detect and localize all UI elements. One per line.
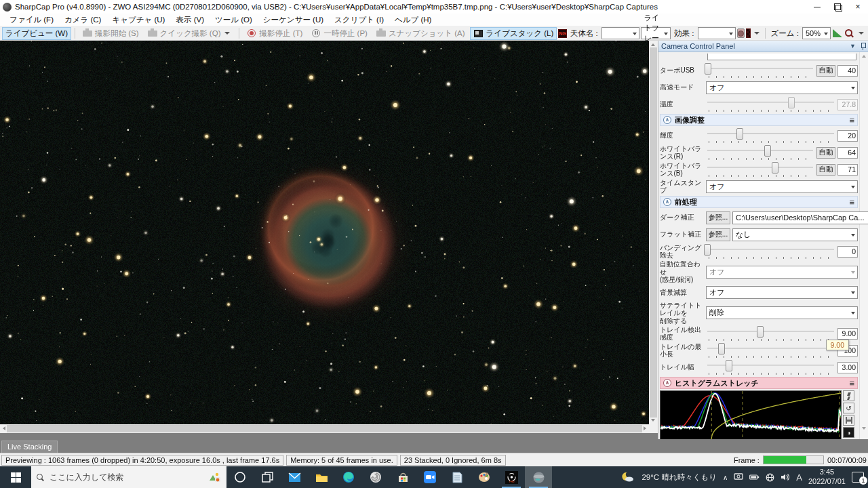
- value-box[interactable]: 64: [837, 147, 858, 159]
- snapshot-button[interactable]: スナップショット (A): [372, 27, 469, 40]
- weather-text[interactable]: 29°C 晴れ時々くもり: [642, 472, 716, 483]
- start-capture-button[interactable]: 撮影開始 (S): [79, 27, 142, 40]
- combo-3[interactable]: オフ: [706, 266, 858, 279]
- display-tray-icon[interactable]: [734, 473, 743, 481]
- path-combo[interactable]: なし: [732, 228, 858, 241]
- chevron-up-icon[interactable]: ∧: [663, 379, 671, 387]
- menu-item-3[interactable]: 表示 (V): [170, 14, 210, 26]
- magnifier-icon[interactable]: [844, 28, 855, 39]
- lightning-button[interactable]: [843, 390, 854, 401]
- save-button[interactable]: [843, 415, 854, 426]
- horizontal-scrollbar[interactable]: [0, 424, 649, 433]
- section-header-1[interactable]: ∧画像調整≡: [660, 114, 858, 126]
- taskbar-search-input[interactable]: ここに入力して検索: [31, 466, 226, 488]
- slider-thumb[interactable]: [726, 360, 732, 371]
- panel-scroll-up[interactable]: [862, 55, 866, 58]
- taskbar-app-mail[interactable]: [281, 466, 308, 488]
- pause-button[interactable]: 一時停止 (P): [307, 27, 371, 40]
- battery-tray-icon[interactable]: [749, 474, 760, 481]
- volume-tray-icon[interactable]: [781, 473, 790, 481]
- pin-icon[interactable]: [861, 43, 865, 50]
- taskbar-app-edge[interactable]: [335, 466, 362, 488]
- menu-item-7[interactable]: ヘルプ (H): [389, 14, 437, 26]
- combo-3[interactable]: オフ: [706, 180, 858, 193]
- network-tray-icon[interactable]: [766, 473, 774, 482]
- ime-indicator[interactable]: A: [796, 472, 802, 483]
- slider-8[interactable]: [706, 359, 835, 375]
- taskbar-app-astro-app[interactable]: PHD: [498, 466, 525, 488]
- taskbar-app-zoom-app[interactable]: [416, 466, 443, 488]
- browse-button[interactable]: 参照...: [706, 211, 730, 224]
- value-box[interactable]: 3.00: [837, 362, 858, 373]
- slider-thumb[interactable]: [772, 162, 778, 174]
- value-box[interactable]: 0: [837, 246, 858, 258]
- chevron-up-icon[interactable]: ∧: [663, 198, 671, 206]
- live-image-canvas[interactable]: [0, 41, 649, 424]
- vertical-scrollbar[interactable]: [649, 41, 658, 424]
- panel-scroll-down[interactable]: [862, 427, 866, 430]
- slider-7[interactable]: [706, 342, 835, 359]
- notification-center-icon[interactable]: 1: [852, 472, 864, 483]
- stop-capture-button[interactable]: 撮影停止 (T): [243, 27, 306, 40]
- browse-button[interactable]: 参照...: [706, 228, 730, 241]
- auto-button[interactable]: 自動: [816, 164, 835, 176]
- slider-thumb[interactable]: [736, 128, 743, 140]
- slider-thumb[interactable]: [788, 97, 795, 108]
- contrast-button[interactable]: ◑: [843, 427, 854, 438]
- frame-type-combo[interactable]: ライトフレーム: [641, 27, 671, 39]
- slider-3[interactable]: [706, 96, 835, 113]
- live-stack-button[interactable]: ライブスタック (L): [470, 27, 557, 40]
- taskbar-app-paint[interactable]: [471, 466, 498, 488]
- section-header-3[interactable]: ∧ヒストグラムストレッチ≡: [660, 377, 858, 389]
- auto-button[interactable]: 自動: [816, 147, 835, 159]
- histogram-canvas[interactable]: [660, 390, 842, 439]
- taskbar-app-cortana[interactable]: [226, 466, 254, 488]
- slider-thumb[interactable]: [757, 326, 764, 338]
- menu-item-6[interactable]: スクリプト (I): [329, 14, 389, 26]
- hscroll-thumb[interactable]: [7, 425, 642, 432]
- reset-button[interactable]: ↺: [843, 403, 854, 413]
- value-box[interactable]: 20: [837, 130, 858, 142]
- combo-4[interactable]: オフ: [706, 286, 858, 299]
- slider-1[interactable]: [706, 144, 814, 161]
- combo-5[interactable]: 削除: [706, 306, 858, 319]
- black-level-swatch-icon[interactable]: [737, 28, 745, 38]
- tray-clock[interactable]: 3:45 2022/07/01: [808, 468, 846, 487]
- menu-item-0[interactable]: ファイル (F): [4, 14, 59, 26]
- menu-item-2[interactable]: キャプチャ (U): [106, 14, 170, 26]
- slider-1[interactable]: [706, 62, 814, 79]
- menu-icon[interactable]: ≡: [849, 115, 854, 125]
- target-name-combo[interactable]: [601, 27, 639, 39]
- close-button[interactable]: ×: [848, 0, 868, 14]
- taskbar-app-spiral-app[interactable]: [362, 466, 389, 488]
- scroll-down-arrow[interactable]: [651, 419, 655, 422]
- quick-capture-button[interactable]: クイック撮影 (Q): [144, 27, 236, 40]
- scroll-right-arrow[interactable]: [644, 426, 646, 430]
- slider-thumb[interactable]: [704, 244, 711, 256]
- live-view-button[interactable]: ライブビュー (W): [2, 27, 71, 40]
- slider-2[interactable]: [706, 243, 835, 260]
- tab-live-stacking[interactable]: Live Stacking: [1, 441, 58, 453]
- slider-thumb[interactable]: [705, 63, 711, 75]
- taskbar-app-sharpcap[interactable]: [525, 466, 552, 488]
- menu-icon[interactable]: ≡: [849, 378, 854, 388]
- slider-0[interactable]: [706, 127, 835, 144]
- taskbar-app-task-view[interactable]: [254, 466, 281, 488]
- auto-button[interactable]: 自動: [816, 65, 835, 77]
- path-combo[interactable]: C:\Users\user\Desktop\SharpCap Ca...: [732, 211, 868, 224]
- taskbar-app-explorer[interactable]: [308, 466, 335, 488]
- scroll-left-arrow[interactable]: [3, 426, 5, 430]
- value-box[interactable]: 9.00: [837, 328, 858, 340]
- zoom-combo[interactable]: 50%: [802, 27, 831, 39]
- slider-6[interactable]: [706, 325, 835, 342]
- vscroll-thumb[interactable]: [650, 47, 657, 418]
- maximize-button[interactable]: [827, 0, 848, 14]
- menu-item-5[interactable]: シーケンサー (U): [258, 14, 329, 26]
- minimize-button[interactable]: [807, 0, 827, 14]
- view-caret-icon[interactable]: [859, 32, 864, 35]
- effects-combo[interactable]: [698, 27, 736, 39]
- swatch-caret-icon[interactable]: [754, 32, 760, 35]
- start-button[interactable]: [0, 466, 31, 488]
- value-box[interactable]: 27.8: [837, 99, 858, 110]
- histogram-icon[interactable]: [832, 28, 843, 39]
